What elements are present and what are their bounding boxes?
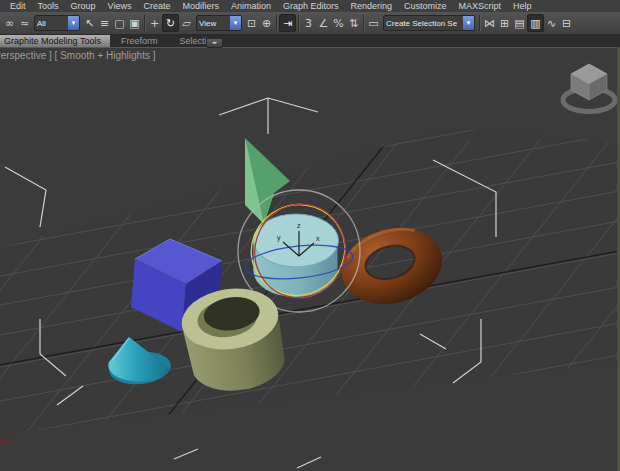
menu-customize[interactable]: Customize xyxy=(398,0,453,12)
spinner-snap-icon[interactable]: ⇅ xyxy=(346,15,361,32)
axis-label-x: x xyxy=(316,235,320,242)
mirror-icon[interactable]: ⋈ xyxy=(482,15,497,32)
ribbon-tabs: Graphite Modeling ToolsFreeformSelection xyxy=(0,35,620,47)
named-selection-sets-dropdown-arrow-icon[interactable]: ▼ xyxy=(463,16,474,30)
menu-create[interactable]: Create xyxy=(137,0,176,12)
select-by-name-icon[interactable]: ≡ xyxy=(97,15,112,32)
ribbon-tab-freeform[interactable]: Freeform xyxy=(110,35,169,47)
menu-help[interactable]: Help xyxy=(507,0,538,12)
max-window: { "menu": { "items": ["Edit","Tools","Gr… xyxy=(0,0,620,471)
bind-to-space-warp-icon[interactable]: ≈ xyxy=(17,15,32,32)
menu-group[interactable]: Group xyxy=(65,0,102,12)
main-toolbar: ∞≈All▼↖≡▢▣+↻▱View▼⊡⊕⇥3∠%⇅▭Create Selecti… xyxy=(0,12,620,35)
selection-filter-dropdown-arrow-icon[interactable]: ▼ xyxy=(68,16,79,30)
reference-coordinate-system-dropdown-arrow-icon[interactable]: ▼ xyxy=(230,16,241,30)
select-and-scale-icon[interactable]: ▱ xyxy=(179,15,194,32)
menu-views[interactable]: Views xyxy=(102,0,138,12)
axis-label-y: y xyxy=(277,234,281,242)
selection-filter-dropdown-value: All xyxy=(35,19,68,28)
menu-edit[interactable]: Edit xyxy=(4,0,32,12)
select-and-move-icon[interactable]: + xyxy=(147,15,162,32)
edit-named-selection-sets-icon[interactable]: ▭ xyxy=(366,15,381,32)
align-icon[interactable]: ⊞ xyxy=(497,15,512,32)
select-and-link-icon[interactable]: ∞ xyxy=(2,15,17,32)
toolbar-separator xyxy=(477,14,482,32)
schematic-view-icon[interactable]: ⊟ xyxy=(559,15,574,32)
toolbar-separator xyxy=(274,14,279,32)
named-selection-sets-dropdown[interactable]: Create Selection Se▼ xyxy=(383,15,475,31)
selection-filter-dropdown[interactable]: All▼ xyxy=(34,15,80,31)
window-crossing-icon[interactable]: ▣ xyxy=(127,15,142,32)
perspective-viewport[interactable]: z y x xyxy=(0,0,620,471)
menu-bar: EditToolsGroupViewsCreateModifiersAnimat… xyxy=(0,0,620,12)
ribbon-tab-graphite-modeling-tools[interactable]: Graphite Modeling Tools xyxy=(0,35,110,47)
viewport-label[interactable]: Perspective ] [ Smooth + Highlights ] xyxy=(0,50,155,61)
toolbar-separator xyxy=(361,14,366,32)
reference-coordinate-system-dropdown[interactable]: View▼ xyxy=(196,15,242,31)
select-and-manipulate-icon[interactable]: ⊕ xyxy=(259,15,274,32)
toolbar-separator xyxy=(296,14,301,32)
percent-snap-icon[interactable]: % xyxy=(331,15,346,32)
minimize-ribbon-button[interactable]: ◂▸ xyxy=(206,38,223,48)
menu-animation[interactable]: Animation xyxy=(225,0,277,12)
keyboard-shortcut-override-icon[interactable]: ⇥ xyxy=(279,14,296,32)
select-and-rotate-icon[interactable]: ↻ xyxy=(162,14,179,32)
menu-rendering[interactable]: Rendering xyxy=(345,0,399,12)
menu-maxscript[interactable]: MAXScript xyxy=(453,0,508,12)
curve-editor-icon[interactable]: ∿ xyxy=(544,15,559,32)
select-object-icon[interactable]: ↖ xyxy=(82,15,97,32)
snaps-toggle-3d-icon[interactable]: 3 xyxy=(301,15,316,32)
rectangular-selection-region-icon[interactable]: ▢ xyxy=(112,15,127,32)
named-selection-sets-dropdown-value: Create Selection Se xyxy=(384,19,463,28)
use-pivot-point-center-icon[interactable]: ⊡ xyxy=(244,15,259,32)
layer-manager-icon[interactable]: ▤ xyxy=(512,15,527,32)
menu-modifiers[interactable]: Modifiers xyxy=(176,0,225,12)
menu-tools[interactable]: Tools xyxy=(32,0,65,12)
angle-snap-icon[interactable]: ∠ xyxy=(316,15,331,32)
graphite-modeling-tools-toggle-icon[interactable]: ▥ xyxy=(527,14,544,32)
reference-coordinate-system-dropdown-value: View xyxy=(197,19,230,28)
axis-label-z: z xyxy=(297,222,301,229)
toolbar-separator xyxy=(142,14,147,32)
menu-graph-editors[interactable]: Graph Editors xyxy=(277,0,345,12)
